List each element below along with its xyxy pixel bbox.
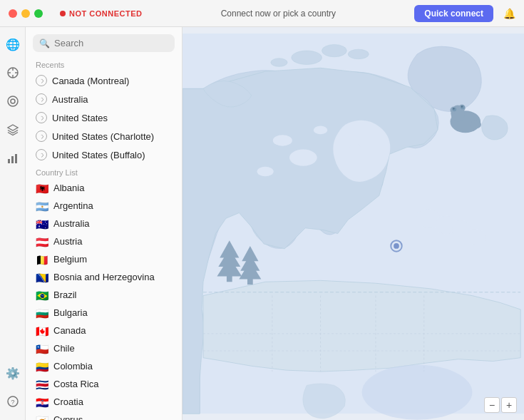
svg-rect-38 <box>247 277 253 285</box>
nav-icon-globe[interactable]: 🌐 <box>4 36 21 53</box>
connection-status: NOT CONNECTED <box>60 9 142 18</box>
recent-united-states-buffalo[interactable]: United States (Buffalo) <box>26 145 182 164</box>
nav-icons: 🌐 <box>0 27 26 420</box>
flag-icon: 🇭🇷 <box>36 397 48 406</box>
svg-rect-8 <box>11 156 14 163</box>
recent-canada-montreal[interactable]: Canada (Montreal) <box>26 71 182 90</box>
search-icon: 🔍 <box>39 39 50 48</box>
nav-icon-chart[interactable] <box>4 150 21 167</box>
svg-point-19 <box>322 44 346 56</box>
svg-point-48 <box>362 364 473 419</box>
title-bar: NOT CONNECTED Connect now or pick a coun… <box>0 0 524 27</box>
country-item-austria[interactable]: 🇦🇹 Austria <box>26 232 182 250</box>
status-dot <box>60 11 66 16</box>
flag-icon: 🇧🇬 <box>36 308 48 317</box>
recent-icon <box>36 93 47 105</box>
maximize-button[interactable] <box>34 9 43 18</box>
svg-point-29 <box>453 108 455 110</box>
recent-item-label: United States <box>52 113 108 123</box>
country-item-chile[interactable]: 🇨🇱 Chile <box>26 339 182 357</box>
close-button[interactable] <box>9 9 17 18</box>
svg-point-20 <box>348 49 369 59</box>
recent-united-states-charlotte[interactable]: United States (Charlotte) <box>26 127 182 145</box>
svg-point-18 <box>292 51 322 64</box>
svg-point-40 <box>394 243 399 249</box>
flag-icon: 🇦🇷 <box>36 201 48 210</box>
zoom-in-button[interactable]: + <box>501 397 517 413</box>
flag-icon: 🇦🇹 <box>36 237 48 246</box>
country-label: Colombia <box>53 361 93 372</box>
country-item-argentina[interactable]: 🇦🇷 Argentina <box>26 197 182 215</box>
svg-point-14 <box>273 135 292 145</box>
zoom-controls: − + <box>484 397 517 413</box>
recents-label: Recents <box>26 56 182 71</box>
search-input[interactable] <box>54 38 168 48</box>
nav-icon-layers[interactable] <box>4 121 21 138</box>
country-label: Argentina <box>53 200 93 211</box>
flag-icon: 🇧🇦 <box>36 272 48 282</box>
country-list-label: Country List <box>26 164 182 179</box>
bell-icon[interactable]: 🔔 <box>503 8 515 19</box>
country-item-colombia[interactable]: 🇨🇴 Colombia <box>26 357 182 375</box>
country-item-brazil[interactable]: 🇧🇷 Brazil <box>26 286 182 304</box>
zoom-out-button[interactable]: − <box>484 397 500 413</box>
country-label: Croatia <box>53 396 83 407</box>
svg-rect-9 <box>15 154 17 163</box>
recent-united-states[interactable]: United States <box>26 108 182 127</box>
recent-item-label: United States (Charlotte) <box>52 131 154 142</box>
svg-point-5 <box>8 96 18 106</box>
country-label: Albania <box>53 183 84 193</box>
country-item-cyprus[interactable]: 🇨🇾 Cyprus <box>26 411 182 420</box>
map-svg <box>183 27 524 420</box>
title-bar-message: Connect now or pick a country <box>148 9 409 19</box>
country-item-canada[interactable]: 🇨🇦 Canada <box>26 322 182 339</box>
nav-icon-target[interactable] <box>4 93 21 110</box>
flag-icon: 🇨🇷 <box>36 379 48 389</box>
svg-text:?: ? <box>11 399 14 406</box>
country-item-bosnia-herzegovina[interactable]: 🇧🇦 Bosnia and Herzegovina <box>26 268 182 286</box>
country-label: Belgium <box>53 254 87 265</box>
sidebar-scroll: Recents Canada (Montreal) Australia Unit… <box>26 56 182 420</box>
nav-icon-crosshair[interactable] <box>4 64 21 81</box>
svg-point-13 <box>289 149 317 165</box>
svg-point-15 <box>314 126 327 135</box>
flag-icon: 🇨🇴 <box>36 362 48 371</box>
recent-item-label: Canada (Montreal) <box>52 76 129 86</box>
recent-icon <box>36 75 47 86</box>
flag-icon: 🇧🇪 <box>36 255 48 264</box>
country-label: Cyprus <box>53 414 83 420</box>
svg-rect-34 <box>227 275 232 282</box>
country-item-costa-rica[interactable]: 🇨🇷 Costa Rica <box>26 375 182 393</box>
quick-connect-button[interactable]: Quick connect <box>414 5 493 22</box>
flag-icon: 🇧🇷 <box>36 290 48 299</box>
country-label: Bulgaria <box>53 307 88 318</box>
flag-icon: 🇨🇱 <box>36 344 48 353</box>
svg-point-21 <box>271 58 287 67</box>
flag-icon: 🇨🇦 <box>36 326 48 335</box>
map-area: − + <box>183 27 524 420</box>
minimize-button[interactable] <box>21 9 30 18</box>
nav-icon-settings[interactable]: ⚙️ <box>4 364 21 381</box>
country-item-albania[interactable]: 🇦🇱 Albania <box>26 179 182 197</box>
country-item-bulgaria[interactable]: 🇧🇬 Bulgaria <box>26 304 182 322</box>
recent-icon <box>36 112 47 123</box>
country-item-belgium[interactable]: 🇧🇪 Belgium <box>26 250 182 268</box>
svg-point-6 <box>11 99 15 103</box>
svg-rect-7 <box>8 159 10 163</box>
country-item-croatia[interactable]: 🇭🇷 Croatia <box>26 393 182 411</box>
country-label: Bosnia and Herzegovina <box>53 272 155 282</box>
svg-point-17 <box>349 144 360 151</box>
svg-point-30 <box>461 106 463 108</box>
nav-icon-help[interactable]: ? <box>4 393 21 410</box>
recent-australia[interactable]: Australia <box>26 90 182 108</box>
svg-point-16 <box>257 167 274 177</box>
country-label: Chile <box>53 343 75 354</box>
flag-icon: 🇦🇺 <box>36 219 48 228</box>
flag-icon: 🇨🇾 <box>36 415 48 420</box>
country-item-australia[interactable]: 🇦🇺 Australia <box>26 215 182 232</box>
main-layout: 🌐 <box>0 27 524 420</box>
country-list: 🇦🇱 Albania 🇦🇷 Argentina 🇦🇺 Australia 🇦🇹 … <box>26 179 182 420</box>
country-label: Brazil <box>53 290 77 300</box>
svg-point-26 <box>471 121 481 129</box>
recent-item-label: United States (Buffalo) <box>52 150 145 160</box>
